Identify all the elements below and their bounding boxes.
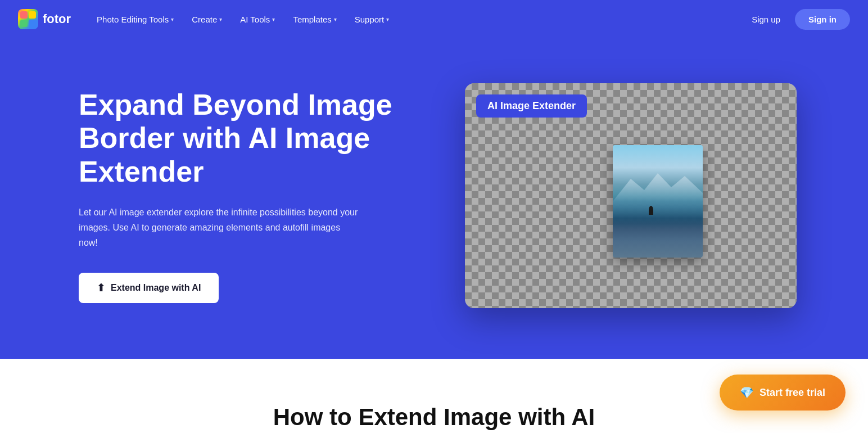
nav-auth: Sign up Sign in <box>744 9 850 30</box>
svg-rect-1 <box>29 11 36 19</box>
upload-icon: ⬆ <box>97 282 105 294</box>
diamond-icon: 💎 <box>740 386 754 399</box>
mountain-scene <box>613 145 703 258</box>
chevron-down-icon: ▾ <box>219 16 222 22</box>
hero-visual: AI Image Extender <box>438 83 823 308</box>
center-photo <box>613 145 703 258</box>
extend-image-button[interactable]: ⬆ Extend Image with AI <box>79 273 219 303</box>
hero-title: Expand Beyond Image Border with AI Image… <box>79 88 405 189</box>
chevron-down-icon: ▾ <box>334 16 337 22</box>
logo-icon <box>18 9 38 29</box>
navbar: fotor Photo Editing Tools ▾ Create ▾ AI … <box>0 0 868 38</box>
nav-item-create[interactable]: Create ▾ <box>184 10 230 29</box>
logo-text: fotor <box>43 12 71 26</box>
svg-rect-3 <box>29 20 36 27</box>
section-title: How to Extend Image with AI <box>45 404 823 431</box>
image-card: AI Image Extender <box>465 83 797 308</box>
nav-item-support[interactable]: Support ▾ <box>347 10 397 29</box>
svg-rect-0 <box>20 11 28 19</box>
hero-content: Expand Beyond Image Border with AI Image… <box>79 88 405 304</box>
svg-rect-2 <box>20 20 28 27</box>
logo[interactable]: fotor <box>18 9 71 29</box>
nav-item-templates[interactable]: Templates ▾ <box>285 10 344 29</box>
hero-description: Let our AI image extender explore the in… <box>79 205 360 251</box>
figure-silhouette <box>649 206 653 215</box>
start-free-trial-button[interactable]: 💎 Start free trial <box>720 375 846 411</box>
nav-item-ai-tools[interactable]: AI Tools ▾ <box>232 10 283 29</box>
signup-button[interactable]: Sign up <box>744 10 788 29</box>
chevron-down-icon: ▾ <box>272 16 275 22</box>
nav-items: Photo Editing Tools ▾ Create ▾ AI Tools … <box>89 10 744 29</box>
image-card-label: AI Image Extender <box>476 94 587 118</box>
chevron-down-icon: ▾ <box>386 16 389 22</box>
chevron-down-icon: ▾ <box>171 16 174 22</box>
signin-button[interactable]: Sign in <box>795 9 850 30</box>
hero-section: Expand Beyond Image Border with AI Image… <box>0 38 868 359</box>
nav-item-photo-editing-tools[interactable]: Photo Editing Tools ▾ <box>89 10 182 29</box>
